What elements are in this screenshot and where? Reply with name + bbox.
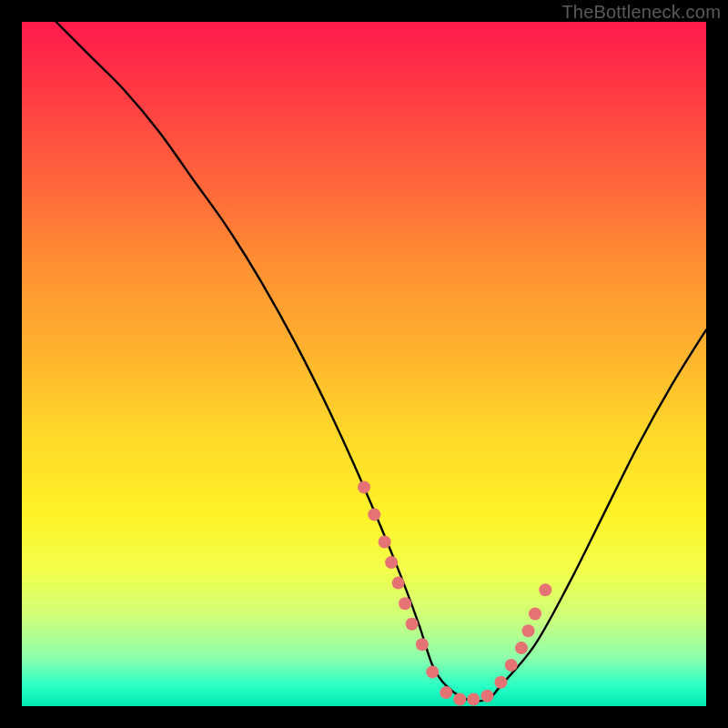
chart-frame: TheBottleneck.com — [0, 0, 728, 728]
highlight-dot — [426, 665, 439, 678]
highlight-dot — [494, 676, 507, 689]
highlight-dot — [399, 597, 411, 610]
highlight-dot — [467, 693, 480, 706]
highlight-dots — [358, 480, 551, 705]
highlight-dot — [406, 618, 419, 631]
highlight-dot — [358, 480, 370, 493]
highlight-dot — [522, 624, 535, 637]
highlight-dot — [368, 508, 380, 521]
highlight-dot — [505, 659, 518, 672]
watermark-text: TheBottleneck.com — [561, 2, 721, 23]
bottleneck-curve — [56, 22, 706, 701]
curve-svg — [22, 22, 706, 706]
highlight-dot — [480, 690, 493, 703]
plot-area — [22, 22, 706, 706]
highlight-dot — [529, 608, 541, 621]
highlight-dot — [379, 536, 391, 549]
highlight-dot — [385, 556, 398, 569]
highlight-dot — [416, 638, 429, 651]
highlight-dot — [515, 642, 528, 654]
highlight-dot — [453, 693, 466, 706]
highlight-dot — [392, 577, 405, 590]
highlight-dot — [440, 686, 452, 699]
highlight-dot — [539, 583, 551, 596]
